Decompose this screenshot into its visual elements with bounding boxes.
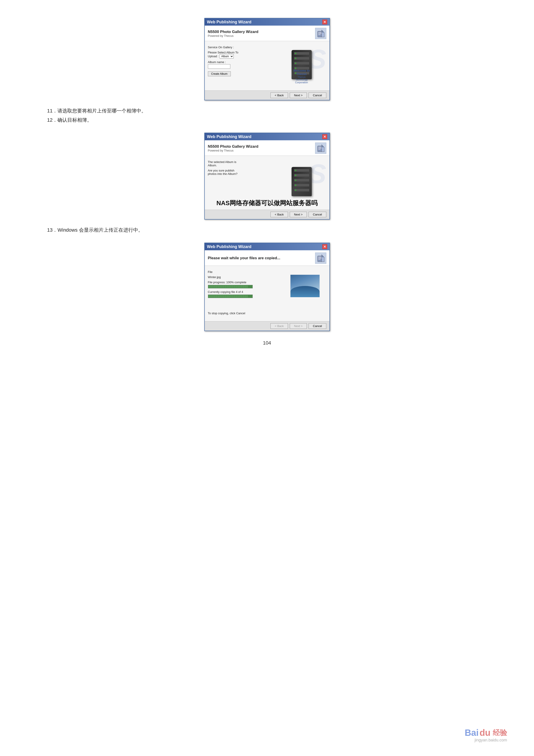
baidu-url: jingyan.baidu.com	[474, 738, 507, 742]
cancel-button-3[interactable]: Cancel	[309, 323, 326, 329]
back-button-2[interactable]: < Back	[270, 212, 288, 217]
led-2-5	[295, 189, 296, 191]
seg	[212, 295, 214, 297]
wizard-dialog-2: Web Publishing Wizard ✕ N5500 Photo Gall…	[204, 133, 330, 220]
baidu-logo-row: Bai du 经验	[465, 728, 507, 738]
led-3	[295, 63, 296, 64]
titlebar-3-label: Web Publishing Wizard	[207, 244, 252, 249]
selected-album-row: The selected Album is Album.	[208, 160, 280, 167]
dialog-1-footer: < Back Next > Cancel	[205, 91, 329, 100]
dialog-2-header: N5500 Photo Gallery Wizard Powered by Th…	[205, 140, 329, 156]
nas-drive-2-3	[294, 179, 310, 182]
step-13: 13．Windows 会显示相片上传正在进行中。	[47, 226, 494, 234]
seg	[210, 285, 212, 288]
svg-marker-17	[321, 255, 324, 257]
create-btn-row: Create Album	[208, 70, 280, 76]
led-2-3	[295, 179, 296, 181]
step-11-number: 11．	[47, 108, 58, 114]
file-value-row: Winter.jpg	[208, 275, 280, 279]
seg	[243, 285, 244, 288]
seg	[244, 295, 246, 297]
seg	[216, 285, 217, 288]
close-button-2[interactable]: ✕	[322, 134, 327, 139]
close-button-1[interactable]: ✕	[322, 19, 327, 24]
svg-rect-7	[318, 147, 322, 148]
progress-bar-1	[208, 285, 253, 288]
dialog-1-title: N5500 Photo Gallery Wizard	[208, 30, 259, 34]
led-2-2	[295, 175, 296, 176]
progress2-label-row: Currently copying file 4 of 4	[208, 290, 280, 298]
next-button-3[interactable]: Next >	[290, 323, 307, 329]
seg	[239, 285, 241, 288]
page-container: Web Publishing Wizard ✕ N5500 Photo Gall…	[0, 0, 534, 756]
dialog-2-left: The selected Album is Album. Are you sur…	[208, 160, 280, 205]
seg	[232, 285, 234, 288]
titlebar-2: Web Publishing Wizard ✕	[205, 133, 329, 140]
cancel-button-1[interactable]: Cancel	[309, 93, 326, 98]
upload-label: Please Select Album To	[208, 51, 239, 54]
wizard-icon-2	[317, 144, 325, 152]
led-1	[295, 53, 296, 54]
seg	[210, 295, 212, 297]
titlebar-3: Web Publishing Wizard ✕	[205, 243, 329, 250]
seg	[221, 285, 223, 288]
back-button-1[interactable]: < Back	[270, 93, 288, 98]
close-button-3[interactable]: ✕	[322, 244, 327, 249]
file-label: File	[208, 270, 213, 274]
svg-rect-9	[318, 149, 320, 150]
seg	[236, 295, 237, 297]
seg	[226, 295, 228, 297]
seg	[219, 285, 221, 288]
baidu-du: du	[479, 728, 491, 738]
seg	[209, 285, 210, 288]
cancel-button-2[interactable]: Cancel	[309, 212, 326, 217]
seg	[223, 285, 224, 288]
nas-device-2	[289, 165, 321, 201]
seg	[230, 295, 232, 297]
upload-select[interactable]: Album	[219, 54, 234, 59]
overlay-chinese-text: NAS网络存储器可以做网站服务器吗	[216, 200, 318, 206]
step-12: 12．确认目标相簿。	[47, 116, 494, 124]
nas-drive-2-1	[294, 169, 310, 172]
seg	[228, 285, 230, 288]
next-button-2[interactable]: Next >	[290, 212, 307, 217]
seg	[246, 285, 248, 288]
step-11: 11．请选取您要将相片上传至哪一个相簿中。	[47, 107, 494, 115]
selected-line1: The selected Album is	[208, 160, 280, 164]
led-2-4	[295, 184, 296, 186]
seg	[217, 285, 219, 288]
seg	[217, 295, 219, 297]
seg	[221, 295, 223, 297]
steps-11-12: 11．请选取您要将相片上传至哪一个相簿中。 12．确认目标相簿。	[47, 107, 494, 124]
step-13-text: Windows 会显示相片上传正在进行中。	[58, 227, 143, 233]
led-2-1	[295, 170, 296, 171]
create-album-button[interactable]: Create Album	[208, 71, 231, 76]
dialog-2-body: The selected Album is Album. Are you sur…	[205, 156, 329, 210]
seg	[236, 285, 237, 288]
album-name-input[interactable]	[208, 64, 230, 69]
step-13-container: 13．Windows 会显示相片上传正在进行中。	[47, 226, 494, 234]
seg	[216, 295, 217, 297]
seg	[234, 285, 235, 288]
svg-rect-3	[318, 34, 320, 35]
seg	[237, 295, 239, 297]
next-button-1[interactable]: Next >	[290, 93, 307, 98]
wizard-icon-3	[317, 254, 325, 262]
dialog-2-icon	[315, 143, 326, 154]
led-2	[295, 58, 296, 59]
svg-rect-2	[318, 33, 322, 34]
seg	[230, 285, 232, 288]
dialog-3-title: Please wait while your files are copied.…	[208, 256, 280, 260]
photo-thumbnail	[291, 275, 319, 297]
dialog-2-footer: < Back Next > Cancel	[205, 210, 329, 219]
nas-drive-2	[294, 57, 310, 60]
page-number: 104	[40, 340, 494, 346]
back-button-3[interactable]: < Back	[270, 323, 288, 329]
file-value: Winter.jpg	[208, 275, 221, 279]
stop-label: To stop copying, click Cancel	[208, 311, 245, 315]
wizard-icon-1	[317, 29, 325, 38]
step-11-text: 请选取您要将相片上传至哪一个相簿中。	[58, 108, 146, 114]
seg	[237, 285, 239, 288]
dialog-1-header: N5500 Photo Gallery Wizard Powered by Th…	[205, 26, 329, 41]
album-name-label: Album name :	[208, 60, 280, 64]
